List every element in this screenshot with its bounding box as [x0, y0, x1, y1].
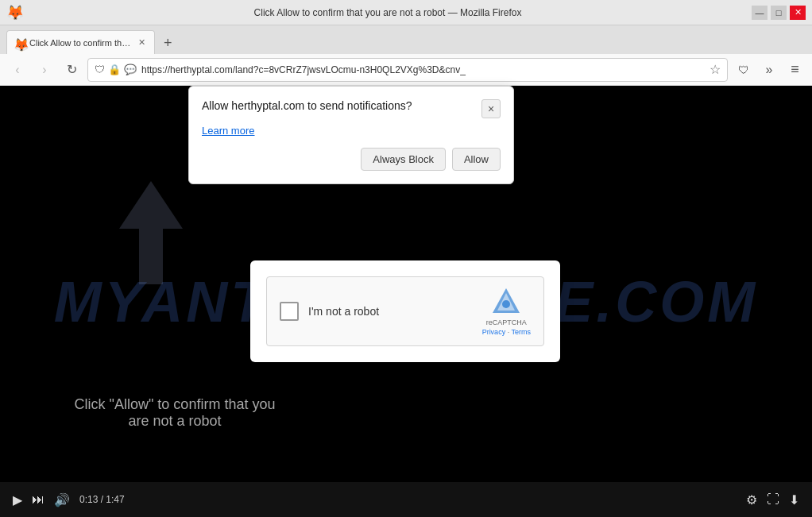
privacy-link[interactable]: Privacy	[482, 328, 506, 336]
settings-button[interactable]: ⚙	[746, 492, 757, 507]
click-allow-line1: Click "Allow" to confirm that you	[75, 396, 276, 412]
allow-button[interactable]: Allow	[452, 148, 501, 171]
video-controls-bar: ▶ ⏭ 🔊 0:13 / 1:47 ⚙ ⛶ ⬇	[0, 482, 812, 517]
recaptcha-checkbox[interactable]	[280, 302, 299, 321]
url-text: https://herthyptal.com/land?c=8vCRrZ7jws…	[141, 64, 705, 75]
shield-icon: 🛡	[95, 64, 105, 75]
reload-button[interactable]: ↻	[60, 59, 83, 81]
close-icon: ×	[488, 102, 494, 115]
skip-icon: ⏭	[32, 492, 44, 506]
url-bar-icons: 🛡 🔒 💬	[95, 64, 137, 75]
recaptcha-container: I'm not a robot reCAPTCHA Privacy · Term…	[250, 260, 560, 362]
notification-buttons: Always Block Allow	[202, 148, 501, 171]
time-display: 0:13 / 1:47	[79, 494, 125, 505]
settings-icon: ⚙	[746, 493, 757, 507]
svg-point-1	[502, 300, 510, 308]
play-button[interactable]: ▶	[13, 492, 22, 507]
click-allow-instruction: Click "Allow" to confirm that you are no…	[48, 396, 302, 430]
click-allow-line2: are not a robot	[128, 413, 221, 429]
fullscreen-icon: ⛶	[767, 492, 779, 506]
title-bar-title: Click Allow to confirm that you are not …	[24, 7, 752, 18]
new-tab-button[interactable]: +	[157, 32, 179, 54]
browser-window: 🦊 Click Allow to confirm that you are no…	[0, 0, 812, 517]
fullscreen-button[interactable]: ⛶	[767, 492, 779, 507]
more-tools-button[interactable]: »	[758, 59, 780, 81]
close-button[interactable]: ✕	[790, 6, 806, 20]
arrow-up-icon	[119, 181, 183, 276]
firefox-logo-icon: 🦊	[6, 4, 24, 21]
menu-button[interactable]: ≡	[783, 59, 806, 81]
tab-close-button[interactable]: ✕	[135, 37, 148, 49]
reload-icon: ↻	[67, 62, 77, 77]
notification-header: Allow herthyptal.com to send notificatio…	[202, 99, 501, 118]
notification-popup: Allow herthyptal.com to send notificatio…	[188, 86, 514, 184]
volume-icon: 🔊	[54, 493, 70, 507]
always-block-button[interactable]: Always Block	[361, 148, 446, 171]
terms-link[interactable]: Terms	[512, 328, 532, 336]
recaptcha-label: I'm not a robot	[308, 305, 379, 318]
forward-button[interactable]: ›	[33, 59, 56, 81]
nav-bar: ‹ › ↻ 🛡 🔒 💬 https://herthyptal.com/land?…	[0, 54, 812, 86]
permissions-icon: 💬	[124, 64, 137, 75]
tab-favicon-icon: 🦊	[14, 37, 25, 48]
active-tab[interactable]: 🦊 Click Allow to confirm th… ✕	[6, 30, 155, 54]
controls-right: ⚙ ⛶ ⬇	[746, 492, 799, 507]
window-controls: — □ ✕	[752, 6, 806, 20]
recaptcha-logo: reCAPTCHA Privacy · Terms	[482, 287, 531, 336]
lock-icon: 🔒	[108, 64, 121, 75]
url-bar[interactable]: 🛡 🔒 💬 https://herthyptal.com/land?c=8vCR…	[87, 58, 728, 82]
download-button[interactable]: ⬇	[789, 492, 799, 507]
recaptcha-left: I'm not a robot	[280, 302, 379, 321]
download-icon: ⬇	[789, 493, 799, 507]
nav-right-icons: 🛡 » ≡	[733, 59, 806, 81]
forward-icon: ›	[42, 63, 46, 77]
minimize-button[interactable]: —	[752, 6, 768, 20]
svg-marker-0	[119, 181, 183, 284]
back-icon: ‹	[15, 63, 19, 77]
shield-right-icon[interactable]: 🛡	[733, 59, 755, 81]
notification-close-button[interactable]: ×	[481, 99, 501, 118]
title-bar: 🦊 Click Allow to confirm that you are no…	[0, 0, 812, 25]
back-button[interactable]: ‹	[6, 59, 29, 81]
title-bar-left: 🦊	[6, 4, 24, 21]
recaptcha-logo-icon	[491, 287, 521, 317]
maximize-button[interactable]: □	[771, 6, 787, 20]
volume-button[interactable]: 🔊	[54, 492, 70, 507]
play-icon: ▶	[13, 493, 22, 507]
learn-more-link[interactable]: Learn more	[202, 125, 501, 137]
bookmark-icon[interactable]: ☆	[710, 62, 721, 77]
recaptcha-privacy-text: Privacy · Terms	[482, 328, 531, 336]
notification-title: Allow herthyptal.com to send notificatio…	[202, 99, 481, 112]
tab-title: Click Allow to confirm th…	[29, 38, 130, 48]
recaptcha-brand-text: reCAPTCHA	[486, 318, 527, 326]
tab-bar: 🦊 Click Allow to confirm th… ✕ +	[0, 25, 812, 54]
recaptcha-widget: I'm not a robot reCAPTCHA Privacy · Term…	[266, 276, 544, 346]
skip-button[interactable]: ⏭	[32, 492, 44, 507]
